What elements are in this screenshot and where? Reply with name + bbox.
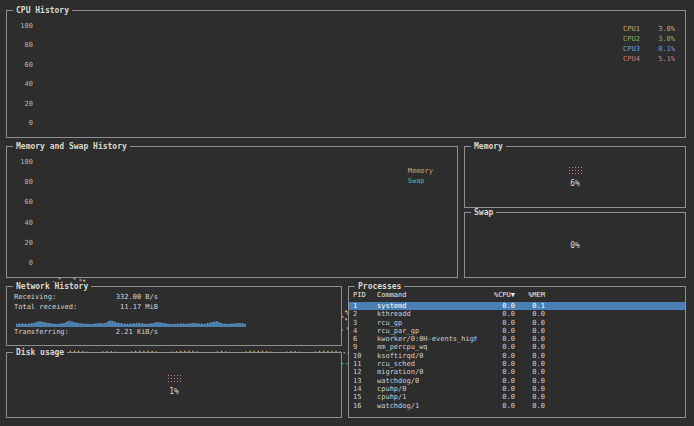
- process-cell: rcu_sched: [377, 360, 477, 368]
- network-receiving-row: Receiving: 332.00 B/s: [7, 293, 341, 302]
- cpu-legend-item: CPU1 3.0%: [623, 25, 675, 33]
- network-transferring-row: Transferring: 2.21 KiB/s: [7, 328, 341, 337]
- network-total-received-row: Total received: 11.17 MiB: [7, 303, 341, 312]
- process-cell: 0.0: [515, 343, 545, 351]
- y-axis-tick: 0: [29, 120, 33, 127]
- y-axis-tick: 60: [25, 62, 33, 69]
- process-cell: kthreadd: [377, 310, 477, 318]
- process-row[interactable]: 2kthreadd0.00.0: [349, 310, 685, 318]
- swap-panel: Swap 0%: [464, 212, 686, 278]
- memory-usage-value: 6%: [570, 179, 580, 188]
- network-history-chart: [16, 314, 246, 327]
- process-cell: cpuhp/0: [377, 385, 477, 393]
- process-row[interactable]: 4rcu_par_gp0.00.0: [349, 327, 685, 335]
- disk-usage-title: Disk usage: [13, 348, 67, 357]
- process-row[interactable]: 10ksoftirqd/00.00.0: [349, 352, 685, 360]
- process-cell: rcu_gp: [377, 319, 477, 327]
- process-cell: systemd: [377, 302, 477, 310]
- process-row[interactable]: 15cpuhp/10.00.0: [349, 393, 685, 401]
- process-cell: 11: [353, 360, 377, 368]
- process-cell: 1: [353, 302, 377, 310]
- process-cell: 10: [353, 352, 377, 360]
- y-axis-tick: 80: [25, 179, 33, 186]
- process-cell: watchdog/1: [377, 402, 477, 410]
- swap-usage-value: 0%: [570, 241, 580, 250]
- y-axis-tick: 80: [25, 42, 33, 49]
- process-cell: 0.0: [477, 302, 515, 310]
- column-header-mem[interactable]: %MEM: [515, 291, 545, 300]
- process-cell: 0.0: [477, 335, 515, 343]
- process-row[interactable]: 13watchdog/00.00.0: [349, 377, 685, 385]
- processes-title: Processes: [355, 282, 404, 291]
- transferring-label: Transferring:: [14, 328, 96, 337]
- memory-swap-history-panel: Memory and Swap History 100806040200 Mem…: [6, 146, 458, 278]
- process-cell: watchdog/0: [377, 377, 477, 385]
- cpu2-legend-value: 3.0%: [658, 35, 675, 43]
- network-history-title: Network History: [13, 282, 91, 291]
- process-cell: 0.0: [515, 360, 545, 368]
- process-cell: cpuhp/1: [377, 393, 477, 401]
- column-header-pid[interactable]: PID: [353, 291, 377, 300]
- y-axis-tick: 100: [20, 23, 33, 30]
- cpu3-legend-value: 0.1%: [658, 45, 675, 53]
- cpu4-legend-value: 5.1%: [658, 55, 675, 63]
- process-cell: 0.0: [515, 393, 545, 401]
- y-axis-tick: 40: [25, 81, 33, 88]
- cpu-history-title: CPU History: [13, 6, 72, 15]
- memory-swap-legend: Memory Swap: [408, 167, 433, 185]
- process-row[interactable]: 9mm_percpu_wq0.00.0: [349, 343, 685, 351]
- process-cell: rcu_par_gp: [377, 327, 477, 335]
- memory-panel-title: Memory: [471, 142, 506, 151]
- process-cell: 0.0: [515, 327, 545, 335]
- y-axis-tick: 40: [25, 220, 33, 227]
- column-header-command[interactable]: Command: [377, 291, 477, 300]
- memory-usage-icon: [568, 166, 583, 175]
- process-cell: 0.0: [515, 335, 545, 343]
- process-cell: 9: [353, 343, 377, 351]
- process-row[interactable]: 16watchdog/10.00.0: [349, 402, 685, 410]
- cpu-history-panel: CPU History 100806040200 CPU1 3.0% CPU2 …: [6, 10, 686, 138]
- process-row[interactable]: 12migration/00.00.0: [349, 368, 685, 376]
- cpu3-legend-label: CPU3: [623, 45, 640, 53]
- process-cell: 0.0: [477, 319, 515, 327]
- process-row[interactable]: 3rcu_gp0.00.0: [349, 319, 685, 327]
- cpu2-legend-label: CPU2: [623, 35, 640, 43]
- process-cell: 0.0: [477, 402, 515, 410]
- process-cell: 0.0: [477, 360, 515, 368]
- cpu1-legend-value: 3.0%: [658, 25, 675, 33]
- swap-legend-label: Swap: [408, 177, 433, 185]
- y-axis-tick: 20: [25, 101, 33, 108]
- process-cell: 0.0: [477, 368, 515, 376]
- cpu-legend-item: CPU2 3.0%: [623, 35, 675, 43]
- process-cell: 0.0: [477, 310, 515, 318]
- receiving-label: Receiving:: [14, 293, 96, 302]
- memory-gauge: 6%: [465, 147, 685, 207]
- process-cell: 13: [353, 377, 377, 385]
- process-cell: 0.0: [477, 393, 515, 401]
- disk-gauge: 1%: [7, 353, 341, 417]
- process-cell: 0.0: [515, 385, 545, 393]
- process-cell: mm_percpu_wq: [377, 343, 477, 351]
- process-cell: 2: [353, 310, 377, 318]
- process-cell: migration/0: [377, 368, 477, 376]
- process-cell: 0.0: [477, 327, 515, 335]
- process-row[interactable]: 14cpuhp/00.00.0: [349, 385, 685, 393]
- process-cell: 0.0: [515, 310, 545, 318]
- process-table: 1systemd0.00.12kthreadd0.00.03rcu_gp0.00…: [349, 302, 685, 410]
- process-row[interactable]: 11rcu_sched0.00.0: [349, 360, 685, 368]
- process-cell: 0.0: [477, 385, 515, 393]
- y-axis-tick: 60: [25, 199, 33, 206]
- process-cell: 0.0: [477, 343, 515, 351]
- process-cell: 4: [353, 327, 377, 335]
- cpu4-legend-label: CPU4: [623, 55, 640, 63]
- transferring-value: 2.21 KiB/s: [96, 328, 158, 337]
- memory-legend-label: Memory: [408, 167, 433, 175]
- process-row[interactable]: 6kworker/0:0H-events_high0.00.0: [349, 335, 685, 343]
- total-received-value: 11.17 MiB: [96, 303, 158, 312]
- processes-panel: Processes PID Command %CPU▼ %MEM 1system…: [348, 286, 686, 418]
- column-header-cpu[interactable]: %CPU▼: [477, 291, 515, 300]
- y-axis-tick: 0: [29, 260, 33, 267]
- swap-panel-title: Swap: [471, 208, 496, 217]
- process-row[interactable]: 1systemd0.00.1: [349, 302, 685, 310]
- process-cell: 0.0: [477, 352, 515, 360]
